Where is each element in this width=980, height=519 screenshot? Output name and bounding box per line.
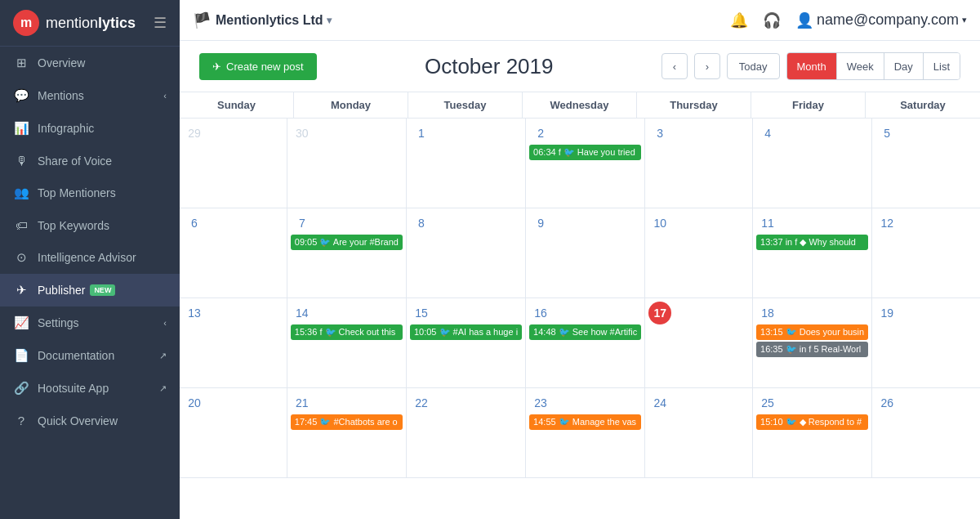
cell-num[interactable]: 7 (291, 212, 314, 235)
cell-num[interactable]: 21 (291, 391, 314, 414)
cal-cell-2-3: 1614:48 🐦 See how #Artific (526, 298, 645, 388)
cal-event-2-2-0[interactable]: 10:05 🐦 #AI has a huge i (410, 324, 522, 340)
view-btn-month[interactable]: Month (787, 53, 836, 79)
cal-event-0-3-0[interactable]: 06:34 f 🐦 Have you tried (529, 145, 641, 160)
day-label-tuesday: Tuesday (408, 92, 523, 118)
cell-num[interactable]: 17 (648, 302, 671, 324)
bell-icon[interactable]: 🔔 (730, 11, 748, 29)
sidebar-item-publisher[interactable]: ✈PublisherNEW (0, 274, 180, 306)
mentions-label: Mentions (38, 89, 84, 102)
headset-icon[interactable]: 🎧 (763, 11, 781, 29)
logo-text: mentionlytics (46, 15, 136, 32)
cal-cell-0-2: 1 (407, 119, 526, 208)
cell-num[interactable]: 4 (756, 122, 779, 145)
sidebar-item-overview[interactable]: ⊞Overview (0, 47, 180, 79)
cal-event-2-3-0[interactable]: 14:48 🐦 See how #Artific (529, 324, 641, 340)
cal-event-2-5-1[interactable]: 16:35 🐦 in f 5 Real-Worl (756, 342, 868, 357)
cal-event-3-5-0[interactable]: 15:10 🐦 ◆ Respond to # (756, 414, 868, 430)
cal-event-2-5-0[interactable]: 13:15 🐦 Does your busin (756, 324, 868, 340)
cal-cell-3-1: 2117:45 🐦 #Chatbots are o (287, 388, 407, 478)
cell-num[interactable]: 26 (875, 391, 898, 414)
sidebar-item-share_of_voice[interactable]: 🎙Share of Voice (0, 145, 180, 177)
cal-cell-1-0: 6 (180, 208, 287, 298)
topbar-brand: 🏴 Mentionlytics Ltd ▾ (193, 11, 332, 29)
topbar-user[interactable]: 👤 name@company.com ▾ (795, 11, 967, 29)
cell-num[interactable]: 5 (875, 122, 898, 145)
cal-cell-0-5: 4 (753, 119, 872, 208)
topbar-brand-name: Mentionlytics Ltd (216, 13, 323, 28)
next-month-button[interactable]: › (694, 53, 720, 79)
cal-cell-2-4: 17 (645, 298, 753, 388)
cal-cell-2-5: 1813:15 🐦 Does your busin16:35 🐦 in f 5 … (753, 298, 872, 388)
cell-num[interactable]: 10 (648, 212, 671, 235)
sidebar-item-infographic[interactable]: 📊Infographic (0, 112, 180, 145)
sidebar-item-settings[interactable]: 📈Settings‹ (0, 306, 180, 339)
cal-event-2-1-0[interactable]: 15:36 f 🐦 Check out this (291, 324, 403, 340)
day-label-friday: Friday (751, 92, 866, 118)
publisher-icon: ✈ (13, 283, 29, 298)
cell-num[interactable]: 15 (410, 302, 433, 324)
view-btn-list[interactable]: List (923, 53, 960, 79)
topbar-dropdown-icon[interactable]: ▾ (327, 15, 332, 26)
sidebar-item-top_mentioners[interactable]: 👥Top Mentioners (0, 177, 180, 209)
settings-arrow: ‹ (163, 318, 167, 328)
cell-num[interactable]: 11 (756, 212, 779, 235)
cell-num[interactable]: 1 (410, 122, 433, 145)
cal-cell-0-6: 5 (872, 119, 980, 208)
sidebar-item-hootsuite[interactable]: 🔗Hootsuite App↗ (0, 372, 180, 405)
cell-num[interactable]: 3 (648, 122, 671, 145)
sidebar-nav: ⊞Overview💬Mentions‹📊Infographic🎙Share of… (0, 47, 180, 436)
hamburger-icon[interactable]: ☰ (154, 14, 167, 32)
publisher-label: Publisher (38, 284, 85, 297)
cell-num[interactable]: 16 (529, 302, 552, 324)
cal-event-1-1-0[interactable]: 09:05 🐦 Are your #Brand (291, 235, 403, 250)
main-content: 🏴 Mentionlytics Ltd ▾ 🔔 🎧 👤 name@company… (180, 0, 980, 519)
cell-num[interactable]: 25 (756, 391, 779, 414)
cell-num[interactable]: 18 (756, 302, 779, 324)
prev-month-button[interactable]: ‹ (662, 53, 688, 79)
flag-icon: 🏴 (193, 11, 211, 29)
cell-num[interactable]: 14 (291, 302, 314, 324)
cal-cell-2-1: 1415:36 f 🐦 Check out this (287, 298, 407, 388)
user-email: name@company.com (817, 11, 959, 29)
day-label-saturday: Saturday (866, 92, 980, 118)
topbar: 🏴 Mentionlytics Ltd ▾ 🔔 🎧 👤 name@company… (180, 0, 980, 41)
cell-num[interactable]: 23 (529, 391, 552, 414)
overview-icon: ⊞ (13, 56, 29, 70)
sidebar-item-mentions[interactable]: 💬Mentions‹ (0, 79, 180, 112)
cal-cell-0-3: 206:34 f 🐦 Have you tried (526, 119, 645, 208)
cell-num[interactable]: 22 (410, 391, 433, 414)
cal-cell-2-0: 13 (180, 298, 287, 388)
user-dropdown-icon: ▾ (962, 15, 967, 25)
cell-num[interactable]: 6 (183, 212, 206, 235)
cell-num: 30 (291, 122, 314, 145)
cell-num[interactable]: 2 (529, 122, 552, 145)
cell-num[interactable]: 9 (529, 212, 552, 235)
create-post-button[interactable]: ✈ Create new post (199, 53, 317, 80)
sidebar-item-quick_overview[interactable]: ?Quick Overview (0, 405, 180, 436)
cal-cell-1-6: 12 (872, 208, 980, 298)
cal-event-1-5-0[interactable]: 13:37 in f ◆ Why should (756, 235, 868, 250)
top_keywords-label: Top Keywords (38, 219, 109, 232)
cell-num[interactable]: 13 (183, 302, 206, 324)
sidebar-item-documentation[interactable]: 📄Documentation↗ (0, 339, 180, 372)
intelligence_advisor-label: Intelligence Advisor (38, 251, 136, 264)
cal-cell-3-0: 20 (180, 388, 287, 478)
share_of_voice-label: Share of Voice (38, 154, 112, 168)
day-label-thursday: Thursday (637, 92, 751, 118)
cal-event-3-1-0[interactable]: 17:45 🐦 #Chatbots are o (291, 414, 403, 430)
cal-event-3-3-0[interactable]: 14:55 🐦 Manage the vas (529, 414, 641, 430)
cell-num[interactable]: 12 (875, 212, 898, 235)
cal-cell-1-2: 8 (407, 208, 526, 298)
sidebar-item-top_keywords[interactable]: 🏷Top Keywords (0, 209, 180, 241)
cell-num[interactable]: 8 (410, 212, 433, 235)
sidebar-item-intelligence_advisor[interactable]: ⊙Intelligence Advisor (0, 241, 180, 274)
day-label-monday: Monday (294, 92, 408, 118)
view-btn-week[interactable]: Week (836, 53, 884, 79)
cell-num[interactable]: 24 (648, 391, 671, 414)
cell-num[interactable]: 20 (183, 391, 206, 414)
today-button[interactable]: Today (727, 53, 780, 79)
share_of_voice-icon: 🎙 (13, 154, 29, 168)
cell-num[interactable]: 19 (875, 302, 898, 324)
view-btn-day[interactable]: Day (884, 53, 923, 79)
